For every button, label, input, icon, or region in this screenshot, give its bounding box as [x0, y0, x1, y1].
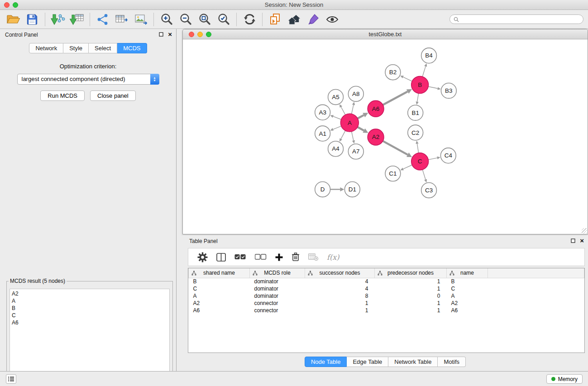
table-cell[interactable]: connector [250, 307, 305, 314]
zoom-in-button[interactable] [157, 11, 176, 28]
mcds-result-item[interactable]: B [12, 305, 167, 312]
zoom-fit-button[interactable] [195, 11, 214, 28]
resize-grip[interactable] [582, 228, 587, 234]
table-cell[interactable]: 1 [375, 278, 447, 285]
graph-edge-A-A7[interactable] [352, 132, 354, 141]
graph-node-B2[interactable]: B2 [385, 65, 401, 80]
network-canvas[interactable]: B4B2BB3A5A8A6A3B1AC2A1A2A4A7C4CC1DD1C3 [183, 40, 588, 234]
criterion-select[interactable]: largest connected component (directed) ▲… [17, 74, 159, 85]
graph-edge-A-A2[interactable] [358, 127, 364, 131]
graph-node-A7[interactable]: A7 [348, 144, 363, 159]
vertical-splitter[interactable] [177, 29, 182, 371]
network-window-titlebar[interactable]: testGlobe.txt [183, 29, 588, 39]
column-header-successor-nodes[interactable]: successor nodes [305, 268, 375, 278]
table-cell[interactable]: 4 [305, 278, 375, 285]
function-builder-button[interactable]: f(x) [327, 253, 339, 262]
graph-edge-A-A3[interactable] [333, 116, 341, 119]
deselect-all-button[interactable] [255, 254, 267, 260]
minimize-network-window-button[interactable] [197, 32, 203, 37]
table-cell[interactable]: 0 [375, 292, 447, 300]
add-column-button[interactable] [275, 253, 283, 261]
refresh-button[interactable] [240, 11, 259, 28]
table-cell[interactable]: B [447, 278, 488, 285]
graph-edge-A-A5[interactable] [341, 107, 345, 114]
zoom-window-button[interactable] [13, 2, 18, 8]
graph-node-A[interactable]: A [340, 114, 359, 132]
table-cell[interactable]: A2 [189, 300, 250, 307]
table-cell[interactable]: 4 [305, 285, 375, 292]
float-panel-icon[interactable] [571, 238, 575, 243]
close-panel-icon[interactable]: × [580, 238, 584, 244]
tab-style[interactable]: Style [63, 43, 89, 53]
export-network-button[interactable] [93, 11, 112, 28]
table-row[interactable]: Adominator80A [189, 292, 584, 300]
delete-table-button[interactable] [308, 253, 318, 261]
tab-network[interactable]: Network [29, 43, 63, 53]
table-cell[interactable]: 1 [305, 307, 375, 314]
table-cell[interactable]: 1 [375, 307, 447, 314]
graph-node-D1[interactable]: D1 [344, 182, 360, 197]
graph-edge-A-A6[interactable] [358, 115, 364, 118]
copy-document-button[interactable] [266, 11, 285, 28]
graph-node-C1[interactable]: C1 [385, 166, 401, 181]
run-mcds-button[interactable]: Run MCDS [40, 91, 85, 101]
graph-node-A6[interactable]: A6 [368, 100, 384, 117]
graph-edge-A2-C[interactable] [383, 141, 408, 155]
close-network-window-button[interactable] [189, 32, 194, 37]
table-cell[interactable]: C [189, 285, 250, 292]
tab-edge-table[interactable]: Edge Table [347, 357, 388, 367]
close-panel-icon[interactable]: × [168, 31, 172, 38]
table-row[interactable]: A2connector11A2 [189, 300, 584, 307]
graph-edge-C-C4[interactable] [428, 158, 437, 160]
task-history-button[interactable] [6, 374, 16, 384]
zoom-network-window-button[interactable] [206, 32, 211, 37]
table-cell[interactable]: dominator [250, 292, 305, 300]
tab-motifs[interactable]: Motifs [438, 357, 466, 367]
graph-edge-C-C2[interactable] [417, 144, 419, 153]
graph-node-A2[interactable]: A2 [368, 129, 384, 145]
column-header-name[interactable]: name [447, 268, 488, 278]
graph-node-C2[interactable]: C2 [408, 125, 423, 140]
column-header-predecessor-nodes[interactable]: predecessor nodes [375, 268, 447, 278]
show-hide-button[interactable] [323, 11, 342, 28]
table-cell[interactable]: 8 [305, 292, 375, 300]
graph-node-B[interactable]: B [411, 76, 429, 94]
open-session-button[interactable] [4, 11, 23, 28]
brush-button[interactable] [304, 11, 323, 28]
graph-edge-B-B4[interactable] [422, 67, 425, 77]
table-cell[interactable]: 1 [375, 300, 447, 307]
delete-column-button[interactable] [292, 253, 300, 262]
table-row[interactable]: Bdominator41B [189, 278, 584, 285]
graph-node-B3[interactable]: B3 [441, 83, 456, 99]
table-cell[interactable]: A [189, 292, 250, 300]
graph-edge-B-B1[interactable] [417, 93, 419, 101]
export-table-button[interactable] [112, 11, 131, 28]
graph-edge-A6-B[interactable] [383, 91, 408, 105]
mcds-result-item[interactable]: A6 [12, 319, 167, 326]
show-columns-button[interactable] [216, 253, 226, 262]
tab-select[interactable]: Select [89, 43, 117, 53]
graph-edge-A-A4[interactable] [341, 131, 345, 139]
graph-edge-B-B2[interactable] [403, 77, 412, 81]
search-box[interactable] [449, 14, 583, 24]
graph-node-A3[interactable]: A3 [315, 105, 330, 120]
select-all-button[interactable] [234, 254, 246, 260]
zoom-out-button[interactable] [176, 11, 195, 28]
home-button[interactable] [285, 11, 304, 28]
table-cell[interactable]: C [447, 285, 488, 292]
table-cell[interactable]: connector [250, 300, 305, 307]
tab-mcds[interactable]: MCDS [117, 43, 147, 53]
graph-edge-C-C3[interactable] [422, 170, 425, 180]
tab-node-table[interactable]: Node Table [305, 357, 347, 367]
column-header-mcds-role[interactable]: MCDS role [250, 268, 305, 278]
graph-node-B1[interactable]: B1 [408, 105, 423, 120]
graph-node-A8[interactable]: A8 [348, 86, 363, 102]
graph-edge-A-A8[interactable] [352, 105, 354, 114]
graph-node-B4[interactable]: B4 [421, 48, 437, 63]
graph-node-A5[interactable]: A5 [328, 89, 344, 105]
search-input[interactable] [461, 16, 579, 23]
graph-edge-A-A1[interactable] [333, 126, 341, 129]
graph-node-C3[interactable]: C3 [421, 183, 437, 198]
mcds-result-item[interactable]: A2 [12, 290, 167, 297]
table-cell[interactable]: A [447, 292, 488, 300]
